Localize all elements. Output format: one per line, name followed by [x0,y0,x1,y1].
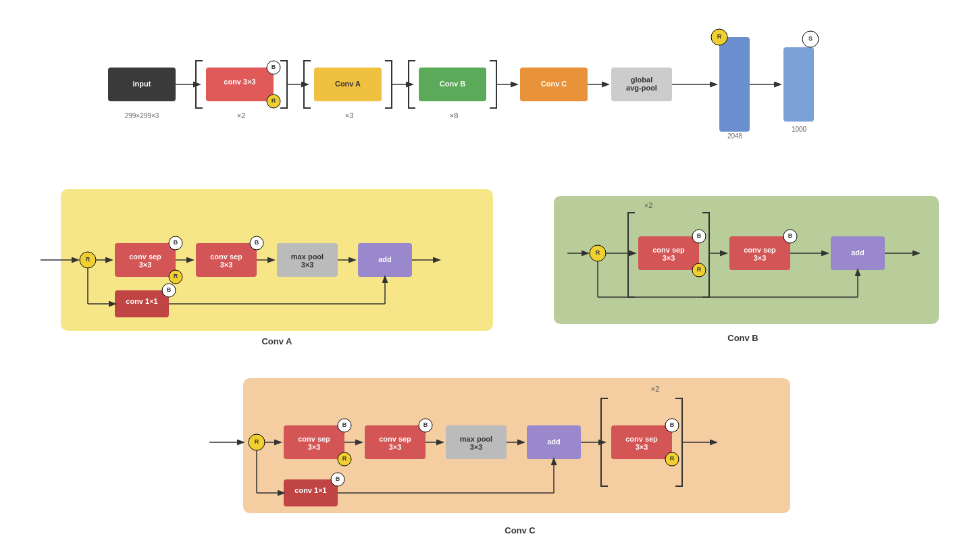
badge-r-fc1-label: R [717,33,722,40]
conv-a-b2-l: B [255,239,259,246]
conv-c-sep3-l1: conv sep [625,435,658,443]
diagram-container: input 299×299×3 conv 3×3 B R ×2 Conv A ×… [0,0,980,551]
conv-c-conv11-l1: conv 1×1 [294,486,326,494]
conv-a-b3-l: B [167,286,172,293]
conv-a-r-label: R [86,256,91,263]
input-dim: 299×299×3 [125,112,159,120]
conv-c-label: Conv C [541,80,567,88]
conv-b-r-label: R [596,249,600,256]
conv-c-sep2-l1: conv sep [379,435,411,443]
conv-c-b2-l: B [423,421,428,428]
conv-c-sep2-l2: 3×3 [389,443,402,451]
conv-a-sep1-l2: 3×3 [139,261,152,269]
conv-b-title: Conv B [727,333,758,343]
conv-c-repeat: ×2 [651,385,660,393]
conv-c-maxpool-l1: max pool [460,435,492,443]
gap-label-1: global [631,76,652,84]
conv-a-sep2-l2: 3×3 [220,261,233,269]
conv-c-r-label: R [255,438,259,445]
conv-b-sep1-l2: 3×3 [663,254,675,262]
conv-b-sep1-l1: conv sep [652,246,685,254]
input-label: input [133,80,151,88]
conv-b-sep2-l1: conv sep [744,246,776,254]
conv-a-maxpool-l1: max pool [291,253,324,261]
conv-c-r3-l: R [670,455,675,462]
conv-a-add-l: add [378,255,392,263]
fc2-node [783,47,814,122]
conv-c-sep1-l1: conv sep [298,435,330,443]
repeat-conv-b: ×8 [450,111,459,120]
conv-b-b2-l: B [788,232,793,239]
conv-c-add-l: add [547,438,561,446]
conv-c-title: Conv C [505,525,536,535]
fc1-node [719,37,750,132]
conv-a-conv11-l1: conv 1×1 [126,297,157,305]
conv-c-b4-l: B [336,475,340,482]
badge-r-conv33-label: R [272,97,276,104]
gap-label-2: avg-pool [626,84,657,92]
conv-c-b3-l: B [670,421,675,428]
conv-c-sep3-l2: 3×3 [636,443,648,451]
conv-b-add-l: add [851,248,865,257]
fc1-dim: 2048 [727,132,743,140]
architecture-svg: input 299×299×3 conv 3×3 B R ×2 Conv A ×… [0,0,980,551]
conv-b-label: Conv B [440,80,466,88]
repeat-conv-a: ×3 [345,111,354,120]
conv-a-label: Conv A [335,80,361,88]
conv-b-b1-l: B [697,232,702,239]
conv-a-b1-l: B [174,239,178,246]
conv-c-sep1-l2: 3×3 [308,443,321,451]
conv33-label-line1: conv 3×3 [224,78,255,86]
conv-a-sep2-l1: conv sep [210,253,242,261]
conv-c-r1-l: R [342,455,347,462]
conv-c-maxpool-l2: 3×3 [470,443,483,451]
conv-a-sep1-l1: conv sep [129,253,161,261]
badge-s-fc2-label: S [808,35,813,42]
conv-b-repeat: ×2 [644,201,653,209]
badge-b-conv33-label: B [272,63,276,70]
conv-a-maxpool-l2: 3×3 [301,261,314,269]
conv-a-title: Conv A [261,336,292,346]
repeat-conv33: ×2 [237,111,246,120]
conv-b-sep2-l2: 3×3 [754,254,767,262]
conv-a-r1-l: R [174,273,178,280]
conv-b-r1-l: R [697,266,702,273]
conv-c-b1-l: B [342,421,347,428]
fc2-dim: 1000 [792,126,807,133]
